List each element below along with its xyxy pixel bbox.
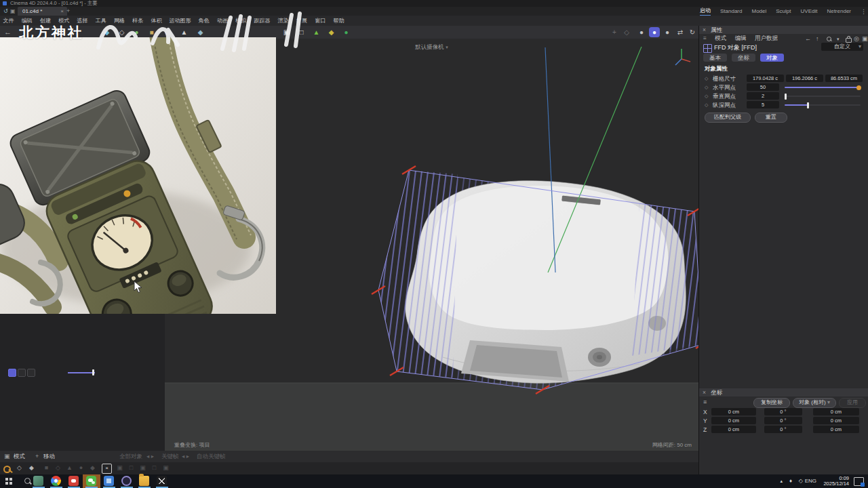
opacity-slider[interactable] — [68, 372, 95, 373]
view-switch-icon[interactable]: ⇄ — [675, 27, 686, 37]
anim-icon-1[interactable]: ■ — [42, 464, 51, 472]
camera-label[interactable]: 默认摄像机 ▾ — [415, 43, 448, 52]
rot-y-field[interactable]: 0 ° — [764, 417, 802, 424]
horizontal-points-field[interactable]: 50 — [747, 83, 779, 91]
viewport-zoom-camera-icon[interactable]: ● — [649, 27, 660, 37]
layout-item-netrender[interactable]: Netrender — [827, 7, 851, 15]
grid-size-y-field[interactable]: 196.2066 c — [786, 75, 823, 82]
attributes-menu-mode[interactable]: 模式 — [715, 35, 726, 41]
anim-icon-2[interactable]: ◇ — [54, 464, 62, 472]
key-diamond-icon[interactable]: ◇ — [705, 94, 708, 99]
move-tool-icon[interactable]: + — [35, 451, 39, 462]
object-name[interactable]: FFD 对象 [FFD] — [714, 43, 757, 52]
panel-close-icon[interactable]: × — [703, 26, 706, 33]
back-icon[interactable]: ← — [805, 35, 811, 43]
layer-mode-icon-b[interactable] — [18, 369, 26, 377]
rot-x-field[interactable]: 0 ° — [764, 408, 802, 415]
step-icons[interactable]: ◂ ▸ — [146, 451, 154, 462]
scale-z-field[interactable]: 0 cm — [813, 426, 859, 433]
hamburger-icon[interactable]: ≡ — [703, 35, 707, 41]
vertical-points-field[interactable]: 2 — [747, 92, 779, 100]
depth-points-slider-handle[interactable] — [807, 102, 809, 108]
scale-y-field[interactable]: 0 cm — [813, 417, 859, 424]
tray-pen-icon[interactable]: ◇ — [799, 474, 803, 488]
pen-icon[interactable]: ◇ — [15, 464, 24, 472]
viewport-pan-icon[interactable]: + — [609, 27, 620, 37]
taskbar-app-blue[interactable] — [100, 474, 118, 488]
vertical-points-slider[interactable] — [785, 96, 861, 97]
pos-y-field[interactable]: 0 cm — [711, 417, 756, 424]
layout-item-standard[interactable]: Standard — [720, 7, 742, 15]
workspace-grid-icon[interactable]: ▣ — [10, 7, 16, 16]
coordinates-panel-header[interactable]: × 坐标 — [699, 388, 868, 396]
tab-coord[interactable]: 坐标 — [732, 54, 755, 62]
tab-basic[interactable]: 基本 — [703, 54, 727, 62]
tray-chevron-icon[interactable]: ▴ — [780, 474, 783, 488]
hamburger-icon[interactable]: ≡ — [703, 399, 707, 405]
anim-icon-5[interactable]: ◆ — [88, 464, 97, 472]
anim-icon-10[interactable]: ▣ — [161, 464, 170, 472]
parameter-x-icon[interactable]: × — [102, 464, 112, 474]
layout-overflow-icon[interactable]: ⋮ — [861, 8, 867, 15]
attributes-menu-edit[interactable]: 编辑 — [735, 35, 747, 41]
horizontal-points-slider-handle[interactable] — [856, 85, 861, 90]
grid-size-z-field[interactable]: 86.6533 cm — [825, 75, 863, 82]
taskbar-app-dark-circle[interactable] — [118, 474, 136, 488]
up-icon[interactable]: ↑ — [816, 35, 819, 43]
new-tab-icon[interactable]: + — [66, 7, 70, 16]
taskbar-clock[interactable]: 0:09 2025/12/14 — [818, 476, 849, 487]
tab-object[interactable]: 对象 — [760, 54, 784, 62]
polygon-object-icon[interactable]: ◆ — [27, 464, 36, 472]
tray-device-icon[interactable]: ♦ — [789, 474, 792, 488]
taskbar-app-chrome[interactable] — [47, 474, 65, 488]
layout-item-model[interactable]: Model — [751, 7, 766, 15]
language-indicator[interactable]: ENG — [805, 474, 816, 488]
fit-to-parent-button[interactable]: 匹配到父级 — [705, 113, 751, 123]
attributes-menu-userdata[interactable]: 用户数据 — [755, 35, 778, 41]
lock-icon[interactable] — [846, 38, 852, 43]
anim-icon-6[interactable]: ▣ — [115, 464, 124, 472]
notification-center-icon[interactable] — [854, 477, 864, 486]
tool-label[interactable]: 移动 — [43, 451, 55, 462]
start-button-icon[interactable] — [5, 478, 12, 485]
layer-mode-icon-c[interactable] — [27, 369, 35, 377]
reset-button[interactable]: 重置 — [755, 113, 787, 123]
record-key-icon[interactable] — [3, 466, 11, 473]
key-diamond-icon[interactable]: ◇ — [705, 76, 708, 81]
layout-item-uvedit[interactable]: UVEdit — [801, 7, 818, 15]
taskbar-app-explorer[interactable] — [136, 474, 153, 488]
preset-dropdown[interactable]: 自定义 ▾ — [821, 43, 863, 51]
pos-x-field[interactable]: 0 cm — [711, 408, 756, 415]
viewport-rotate-camera-icon[interactable]: ● — [662, 27, 673, 37]
taskbar-app-black[interactable] — [153, 474, 171, 488]
pos-z-field[interactable]: 0 cm — [711, 426, 756, 433]
layout-item-startup[interactable]: 启动 — [700, 7, 711, 16]
tab-close-icon[interactable]: × — [60, 7, 64, 16]
depth-points-slider[interactable] — [785, 104, 861, 106]
popout-icon[interactable]: ▣ — [862, 35, 868, 43]
taskbar-app-wechat-active[interactable] — [83, 474, 100, 488]
document-tab[interactable]: 01.c4d * × — [18, 7, 67, 16]
search-icon[interactable] — [827, 37, 831, 41]
anim-icon-3[interactable]: ▲ — [65, 464, 74, 472]
layer-mode-icon-a[interactable] — [8, 369, 16, 377]
depth-points-field[interactable]: 5 — [747, 101, 779, 108]
all-objects-label[interactable]: 全部对象 — [119, 451, 142, 462]
layout-item-sculpt[interactable]: Sculpt — [776, 7, 791, 15]
taskbar-app-red[interactable] — [65, 474, 83, 488]
history-icon[interactable]: ↺ — [3, 7, 8, 16]
view-reset-icon[interactable]: ↻ — [687, 27, 698, 37]
scale-x-field[interactable]: 0 cm — [813, 408, 859, 415]
rot-z-field[interactable]: 0 ° — [764, 426, 802, 433]
panel-close-icon[interactable]: × — [703, 389, 706, 396]
grid-size-x-field[interactable]: 179.0428 c — [747, 75, 784, 82]
key-diamond-icon[interactable]: ◇ — [705, 102, 708, 108]
menu-item-file[interactable]: 文件 — [0, 16, 17, 26]
anim-icon-4[interactable]: ● — [77, 464, 85, 472]
attributes-panel-header[interactable]: × 属性 — [699, 26, 868, 34]
key-diamond-icon[interactable]: ◇ — [705, 85, 708, 90]
anim-icon-7[interactable]: □ — [127, 464, 136, 472]
apply-button[interactable]: 应用 — [839, 398, 866, 408]
keyframe-label[interactable]: 关键帧 — [161, 451, 179, 462]
viewport-move-camera-icon[interactable]: ● — [636, 27, 647, 37]
